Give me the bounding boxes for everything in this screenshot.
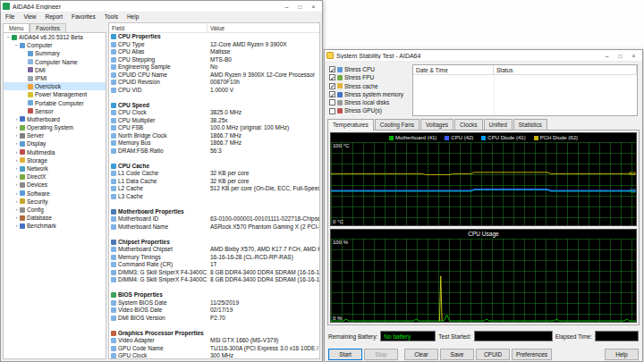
tree-item-benchmark[interactable]: ›Benchmark [4, 222, 106, 230]
grid-row-video-adapter[interactable]: Video AdapterMSI GTX 1660 (MS-V379) [109, 337, 319, 345]
grid-row-cpu-vid[interactable]: CPU VID1.0000 V [109, 87, 319, 95]
stress-option-stress-fpu[interactable]: Stress FPU [329, 73, 410, 81]
grid-row-cpuid-revision[interactable]: CPUID Revision00870F10h [109, 79, 319, 87]
tree-item-dmi[interactable]: DMI [4, 66, 106, 74]
grid-header-field[interactable]: Field [109, 23, 208, 32]
menu-item-view[interactable]: View [19, 13, 40, 21]
grid-row-cpu-fsb[interactable]: CPU FSB100.0 MHz (original: 100 MHz) [109, 124, 319, 132]
tree-item-aida64-v6-20-5312-beta[interactable]: ›AIDA64 v6.20.5312 Beta [4, 33, 106, 41]
stop-button[interactable]: Stop [364, 349, 398, 360]
grid-row-cpu-type[interactable]: CPU Type12-Core AMD Ryzen 9 3900X [109, 41, 319, 49]
status-col-datetime[interactable]: Date & Time [413, 65, 494, 74]
grid-row-l1-code-cache[interactable]: L1 Code Cache32 KB per core [109, 170, 319, 178]
panel-tab-favorites[interactable]: Favorites [30, 23, 66, 32]
stress-option-stress-gpu-s[interactable]: Stress GPU(s) [329, 106, 410, 114]
grid-row-l2-cache[interactable]: L2 Cache512 KB per core (On-Die, ECC, Fu… [109, 185, 319, 193]
stress-option-stress-cpu[interactable]: Stress CPU [329, 65, 410, 73]
checkbox-unchecked-icon[interactable] [329, 99, 335, 105]
grid-row-motherboard-chipset[interactable]: Motherboard ChipsetAMD Bixby X570, AMD K… [109, 246, 319, 254]
menu-item-file[interactable]: File [1, 13, 19, 21]
tree-item-sensor[interactable]: Sensor [4, 107, 106, 115]
stress-option-stress-local-disks[interactable]: Stress local disks [329, 98, 410, 106]
status-col-status[interactable]: Status [494, 65, 637, 74]
grid-row-memory-timings[interactable]: Memory Timings16-16-16-28 (CL-RCD-RP-RAS… [109, 254, 319, 262]
grid-row-command-rate-cr[interactable]: Command Rate (CR)1T [109, 261, 319, 269]
tree-item-storage[interactable]: ›Storage [4, 156, 106, 164]
cpuid-button[interactable]: CPUID [476, 349, 510, 360]
grid-row-dram-fsb-ratio[interactable]: DRAM:FSB Ratio56:3 [109, 147, 319, 156]
grid-row-video-bios-date[interactable]: Video BIOS Date02/17/19 [109, 307, 319, 315]
grid-row-l1-data-cache[interactable]: L1 Data Cache32 KB per core [109, 178, 319, 186]
panel-tab-menu[interactable]: Menu [3, 23, 30, 32]
aida64-close-button[interactable]: × [307, 2, 320, 12]
grid-row-cpu-clock[interactable]: CPU Clock3825.0 MHz [109, 109, 319, 117]
tree-item-software[interactable]: ›Software [4, 189, 106, 198]
grid-row-cpuid-cpu-name[interactable]: CPUID CPU NameAMD Ryzen 9 3900X 12-Core … [109, 72, 319, 80]
tree-item-ipmi[interactable]: IPMI [4, 74, 106, 82]
grid-section-cpu-properties[interactable]: CPU Properties [109, 33, 319, 41]
grid-row-dimm4-g-skill-sniperx-f4-3400c16-8gsxw[interactable]: DIMM4: G Skill SniperX F4-3400C16-8GSXW8… [109, 276, 319, 284]
preferences-button[interactable]: Preferences [512, 349, 552, 360]
grid-row-cpu-multiplier[interactable]: CPU Multiplier38.25x [109, 117, 319, 125]
tree-item-directx[interactable]: ›DirectX [4, 173, 106, 181]
checkbox-unchecked-icon[interactable] [329, 108, 335, 114]
tree-item-devices[interactable]: ›Devices [4, 181, 106, 189]
grid-row-north-bridge-clock[interactable]: North Bridge Clock1866.7 MHz [109, 132, 319, 140]
grid-header-value[interactable]: Value [208, 23, 227, 32]
grid-section-chipset-properties[interactable]: Chipset Properties [109, 239, 319, 247]
aida64-maximize-button[interactable]: □ [293, 2, 307, 12]
grid-row-dimm3-g-skill-sniperx-f4-3400c16-8gsxw[interactable]: DIMM3: G Skill SniperX F4-3400C16-8GSXW8… [109, 269, 319, 277]
checkbox-checked-icon[interactable] [329, 83, 335, 89]
sst-titlebar[interactable]: System Stability Test - AIDA64 –□× [325, 50, 642, 62]
tree-item-power-management[interactable]: Power Management [4, 90, 106, 98]
tree-item-display[interactable]: ›Display [4, 139, 106, 147]
tree-item-motherboard[interactable]: ›Motherboard [4, 115, 106, 123]
tree-item-network[interactable]: ›Network [4, 164, 106, 173]
grid-section-motherboard-properties[interactable]: Motherboard Properties [109, 208, 319, 216]
clear-button[interactable]: Clear [404, 349, 438, 360]
grid-row-motherboard-name[interactable]: Motherboard NameASRock X570 Phantom Gami… [109, 223, 319, 232]
sst-maximize-button[interactable]: □ [614, 51, 627, 61]
sst-minimize-button[interactable]: – [600, 51, 614, 61]
menu-item-help[interactable]: Help [123, 13, 143, 21]
grid-row-gpu-code-name[interactable]: GPU Code NameTU116-300A (PCI Express 3.0… [109, 345, 319, 353]
stress-option-stress-system-memory[interactable]: Stress system memory [329, 90, 410, 98]
help-button[interactable]: Help [605, 349, 639, 360]
grid-section-cpu-cache[interactable]: CPU Cache [109, 163, 319, 171]
tree-item-config[interactable]: ›Config [4, 206, 106, 214]
aida64-minimize-button[interactable]: – [280, 2, 293, 12]
grid-section-bios-properties[interactable]: BIOS Properties [109, 291, 319, 299]
tree-item-multimedia[interactable]: ›Multimedia [4, 148, 106, 156]
menu-item-report[interactable]: Report [40, 13, 67, 21]
tab-statistics[interactable]: Statistics [513, 119, 547, 130]
grid-row-dmi-bios-version[interactable]: DMI BIOS VersionP2.70 [109, 315, 319, 323]
grid-row-engineering-sample[interactable]: Engineering SampleNo [109, 63, 319, 72]
save-button[interactable]: Save [440, 349, 474, 360]
tab-clocks[interactable]: Clocks [454, 119, 483, 130]
stress-option-stress-cache[interactable]: Stress cache [329, 82, 410, 90]
tree-item-portable-computer[interactable]: Portable Computer [4, 99, 106, 107]
grid-row-motherboard-id[interactable]: Motherboard ID63-0100-000001-00101111-02… [109, 215, 319, 223]
grid-section-cpu-speed[interactable]: CPU Speed [109, 102, 319, 110]
grid-row-cpu-stepping[interactable]: CPU SteppingMTS-B0 [109, 56, 319, 64]
tree-item-summary[interactable]: Summary [4, 49, 106, 57]
tab-cooling-fans[interactable]: Cooling Fans [375, 119, 419, 130]
tab-voltages[interactable]: Voltages [420, 119, 453, 130]
tree-item-database[interactable]: ›Database [4, 214, 106, 222]
tree-item-computer[interactable]: ›Computer [4, 41, 106, 49]
tree-item-security[interactable]: ›Security [4, 198, 106, 206]
tree-item-computer-name[interactable]: Computer Name [4, 58, 106, 66]
tree-item-server[interactable]: ›Server [4, 131, 106, 139]
menu-item-favorites[interactable]: Favorites [67, 13, 100, 21]
tree-item-operating-system[interactable]: ›Operating System [4, 123, 106, 131]
checkbox-checked-icon[interactable] [329, 74, 335, 80]
aida64-titlebar[interactable]: AIDA64 Engineer –□× [1, 1, 322, 13]
sst-close-button[interactable]: × [627, 51, 640, 61]
grid-row-system-bios-date[interactable]: System BIOS Date11/25/2019 [109, 299, 319, 307]
checkbox-checked-icon[interactable] [329, 91, 335, 97]
tree-item-overclock[interactable]: Overclock [4, 82, 106, 90]
start-button[interactable]: Start [328, 349, 362, 360]
grid-row-memory-bus[interactable]: Memory Bus1866.7 MHz [109, 139, 319, 147]
checkbox-checked-icon[interactable] [329, 66, 335, 72]
tab-unified[interactable]: Unified [484, 119, 513, 130]
